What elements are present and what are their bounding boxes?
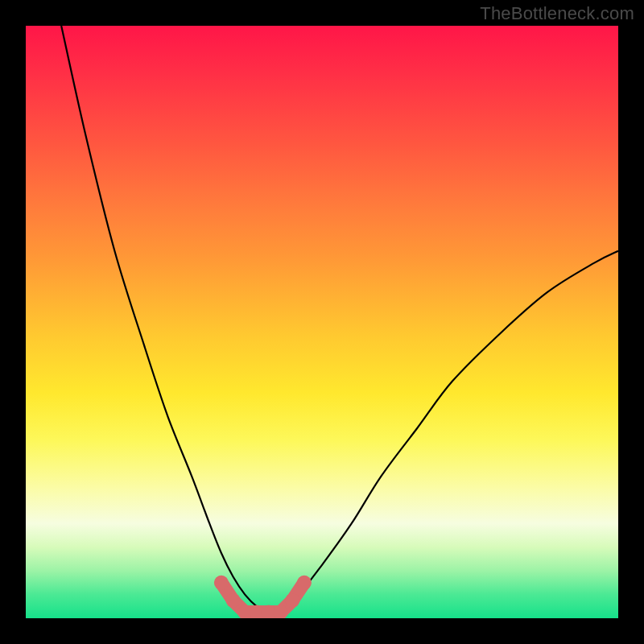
watermark-text: TheBottleneck.com <box>480 3 634 24</box>
optimal-range-dot <box>285 593 299 608</box>
chart-svg <box>26 26 618 618</box>
bottleneck-curve-line <box>61 26 618 613</box>
optimal-range-dot <box>297 576 312 590</box>
chart-frame: TheBottleneck.com <box>0 0 644 644</box>
optimal-range-dot <box>214 576 229 590</box>
optimal-range-dot <box>226 593 241 608</box>
plot-area <box>26 26 618 618</box>
